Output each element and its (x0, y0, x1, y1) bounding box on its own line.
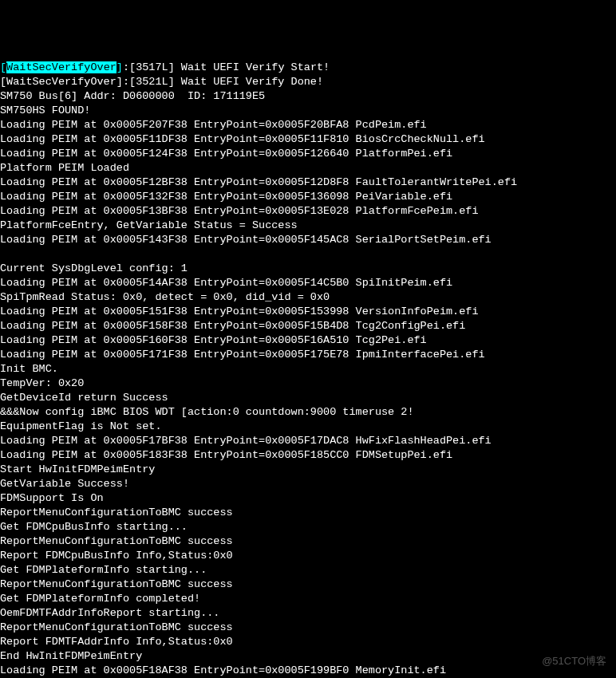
log-line: Loading PEIM at 0x0005F183F38 EntryPoint… (0, 448, 616, 463)
log-line: GetVariable Success! (0, 477, 616, 491)
log-line: TempVer: 0x20 (0, 376, 616, 391)
log-line: Loading PEIM at 0x0005F132F38 EntryPoint… (0, 190, 616, 204)
log-line: &&&Now config iBMC BIOS WDT [action:0 co… (0, 405, 616, 420)
log-line: Loading PEIM at 0x0005F207F38 EntryPoint… (0, 118, 616, 132)
log-line: Loading PEIM at 0x0005F17BF38 EntryPoint… (0, 434, 616, 448)
terminal-output: [WaitSecVerifyOver]:[3517L] Wait UEFI Ve… (0, 57, 616, 678)
log-line: Loading PEIM at 0x0005F18AF38 EntryPoint… (0, 664, 616, 678)
log-line: ReportMenuConfigurationToBMC success (0, 506, 616, 520)
log-line: Start HwInitFDMPeimEntry (0, 463, 616, 477)
log-line: Platform PEIM Loaded (0, 161, 616, 175)
log-line: Loading PEIM at 0x0005F11DF38 EntryPoint… (0, 132, 616, 147)
log-line: PlatformFceEntry, GetVariable Status = S… (0, 219, 616, 233)
watermark: @51CTO博客 (542, 654, 606, 668)
log-line: Report FDMTFAddrInfo Info,Status:0x0 (0, 635, 616, 649)
log-line: End HwInitFDMPeimEntry (0, 649, 616, 664)
log-line: SpiTpmRead Status: 0x0, detect = 0x0, di… (0, 290, 616, 305)
log-line: ReportMenuConfigurationToBMC success (0, 621, 616, 635)
log-line: SM750HS FOUND! (0, 104, 616, 118)
log-line: Loading PEIM at 0x0005F151F38 EntryPoint… (0, 305, 616, 319)
log-line: Current SysDbgLevel config: 1 (0, 262, 616, 276)
log-line: Loading PEIM at 0x0005F12BF38 EntryPoint… (0, 175, 616, 190)
log-line: Report FDMCpuBusInfo Info,Status:0x0 (0, 549, 616, 563)
log-line: Loading PEIM at 0x0005F14AF38 EntryPoint… (0, 276, 616, 290)
log-line: Loading PEIM at 0x0005F13BF38 EntryPoint… (0, 204, 616, 219)
log-line: FDMSupport Is On (0, 491, 616, 506)
log-line: ReportMenuConfigurationToBMC success (0, 577, 616, 592)
log-line: EquipmentFlag is Not set. (0, 420, 616, 434)
log-line: Init BMC. (0, 362, 616, 376)
log-line: Loading PEIM at 0x0005F171F38 EntryPoint… (0, 348, 616, 362)
log-line: Loading PEIM at 0x0005F160F38 EntryPoint… (0, 333, 616, 348)
log-line: GetDeviceId return Success (0, 391, 616, 405)
log-line: Loading PEIM at 0x0005F158F38 EntryPoint… (0, 319, 616, 333)
log-line: OemFDMTFAddrInfoReport starting... (0, 606, 616, 621)
log-line: Loading PEIM at 0x0005F143F38 EntryPoint… (0, 233, 616, 247)
log-line: SM750 Bus[6] Addr: D0600000 ID: 171119E5 (0, 89, 616, 104)
log-line: Get FDMPlateformInfo completed! (0, 592, 616, 606)
log-line (0, 247, 616, 262)
log-line: [WaitSecVerifyOver]:[3521L] Wait UEFI Ve… (0, 75, 616, 89)
log-line: Loading PEIM at 0x0005F124F38 EntryPoint… (0, 147, 616, 161)
log-line: Get FDMCpuBusInfo starting... (0, 520, 616, 534)
log-line: ReportMenuConfigurationToBMC success (0, 534, 616, 549)
log-line: Get FDMPlateformInfo starting... (0, 563, 616, 577)
log-line: [WaitSecVerifyOver]:[3517L] Wait UEFI Ve… (0, 61, 616, 75)
